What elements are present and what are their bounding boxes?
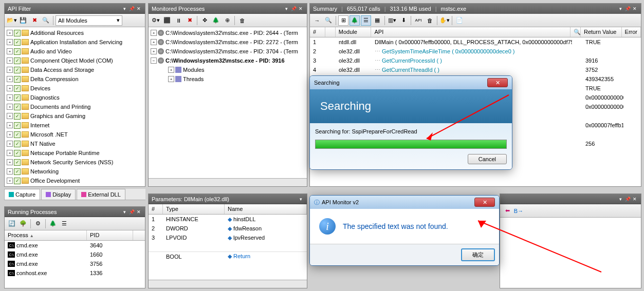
tab-capture[interactable]: Capture	[4, 189, 40, 200]
delete-icon[interactable]: ✖	[29, 15, 40, 26]
api-filter-item[interactable]: +✓Delta Compression	[6, 74, 144, 84]
process-row[interactable]: C:\cmd.exe3640	[5, 241, 145, 250]
open-icon[interactable]: 📂▾	[7, 15, 17, 26]
col-name[interactable]: Name	[225, 204, 307, 214]
checkbox[interactable]: ✓	[14, 168, 21, 175]
hand-icon[interactable]: ✋▾	[439, 15, 450, 26]
expand-icon[interactable]: +	[7, 141, 13, 147]
checkbox[interactable]: ✓	[14, 141, 21, 147]
checkbox[interactable]: ✓	[14, 39, 21, 46]
expand-icon[interactable]: +	[7, 168, 13, 174]
expand-icon[interactable]: +	[151, 48, 157, 54]
panel-close-icon[interactable]: ✕	[298, 6, 304, 12]
col-pid[interactable]: PID	[87, 230, 133, 240]
tab-external[interactable]: External DLL	[77, 189, 125, 200]
api-filter-item[interactable]: +✓Data Access and Storage	[6, 65, 144, 74]
param-row[interactable]: 2DWORD◆ fdwReason	[149, 224, 307, 233]
panel-dropdown-icon[interactable]: ▾	[121, 6, 127, 12]
checkbox[interactable]: ✓	[14, 122, 21, 129]
panel-dropdown-icon[interactable]: ▾	[617, 6, 623, 12]
expand-icon[interactable]: +	[151, 30, 157, 36]
process-item[interactable]: +C:\Windows\system32\mstsc.exe - PID: 26…	[150, 28, 306, 37]
export-icon[interactable]: 📄	[454, 15, 465, 26]
remove-icon[interactable]: ✖	[185, 15, 195, 26]
expand-icon[interactable]: +	[7, 39, 13, 45]
modules-dropdown[interactable]: All Modules▾	[56, 15, 122, 26]
find-icon[interactable]: 🔍	[323, 15, 334, 26]
panel-pin-icon[interactable]: 📌	[624, 6, 631, 12]
panel-close-icon[interactable]: ✕	[136, 209, 142, 215]
api-filter-item[interactable]: +✓Internet	[6, 121, 144, 130]
checkbox[interactable]: ✓	[14, 30, 21, 36]
tree-toggle-icon[interactable]: 🌲	[211, 15, 221, 26]
panel-pin-icon[interactable]: 📌	[128, 209, 135, 215]
process-row[interactable]: C:\cmd.exe1660	[5, 250, 145, 259]
tab-display[interactable]: Display	[41, 189, 76, 200]
checkbox[interactable]: ✓	[14, 67, 21, 73]
expand-icon[interactable]: +	[168, 67, 174, 73]
detail-icon[interactable]: ▦	[372, 15, 382, 26]
process-item[interactable]: +C:\Windows\system32\mstsc.exe - PID: 37…	[150, 47, 306, 56]
columns-icon[interactable]: ▥▾	[387, 15, 397, 26]
col-module[interactable]: Module	[336, 27, 372, 37]
col-type[interactable]: Type	[163, 204, 225, 214]
process-sub-item[interactable]: +Modules	[150, 65, 306, 74]
expand-icon[interactable]: +	[7, 159, 13, 165]
attach-icon[interactable]: ⚙	[33, 219, 43, 229]
checkbox[interactable]: ✓	[14, 85, 21, 92]
nav-fwd-icon[interactable]: B→	[513, 206, 524, 216]
checkbox[interactable]: ✓	[14, 76, 21, 83]
api-filter-item[interactable]: +✓Component Object Model (COM)	[6, 56, 144, 65]
scrollbar[interactable]	[149, 178, 307, 186]
process-item[interactable]: +C:\Windows\system32\mstsc.exe - PID: 22…	[150, 37, 306, 47]
toggle-icon[interactable]: ⬛	[162, 15, 172, 26]
panel-dropdown-icon[interactable]: ▾	[121, 209, 127, 215]
expand-icon[interactable]: +	[7, 67, 13, 73]
expand-icon[interactable]: −	[151, 57, 157, 64]
param-row[interactable]: 3LPVOID◆ lpvReserved	[149, 233, 307, 242]
list-icon[interactable]: ☰	[361, 15, 371, 26]
expand-icon[interactable]: ⊕	[222, 15, 232, 26]
checkbox[interactable]: ✓	[14, 57, 21, 64]
ok-button[interactable]: 确定	[461, 248, 495, 261]
tree-view-icon[interactable]: 🌲	[48, 219, 58, 229]
expand-icon[interactable]: +	[7, 178, 13, 184]
nav-icon[interactable]: ⬅	[502, 206, 512, 216]
col-num[interactable]: #	[310, 27, 325, 37]
expand-icon[interactable]: +	[7, 131, 13, 138]
expand-icon[interactable]: +	[7, 85, 13, 91]
panel-close-icon[interactable]: ✕	[136, 6, 142, 12]
grid-icon[interactable]: ⊞	[338, 15, 348, 26]
process-row[interactable]: C:\conhost.exe1336	[5, 268, 145, 278]
api-icon[interactable]: API	[413, 15, 424, 26]
api-filter-item[interactable]: +✓Devices	[6, 84, 144, 93]
checkbox[interactable]: ✓	[14, 159, 21, 166]
api-filter-item[interactable]: +✓Network Security Services (NSS)	[6, 158, 144, 167]
clear-icon[interactable]: 🗑	[425, 15, 435, 26]
col-num[interactable]: #	[149, 204, 163, 214]
panel-dropdown-icon[interactable]: ▾	[617, 196, 623, 202]
api-filter-item[interactable]: +✓Audio and Video	[6, 47, 144, 56]
panel-pin-icon[interactable]: 📌	[624, 196, 631, 202]
scrollbar[interactable]	[149, 280, 307, 288]
find-icon[interactable]: 🔍	[41, 15, 51, 26]
panel-pin-icon[interactable]: 📌	[290, 6, 297, 12]
param-row[interactable]: 1HINSTANCE◆ hinstDLL	[149, 215, 307, 224]
api-filter-item[interactable]: +✓NT Native	[6, 139, 144, 148]
api-call-row[interactable]: 1ntdll.dllDllMain ( 0x000007feffb00000, …	[310, 37, 641, 47]
expand-icon[interactable]: +	[7, 57, 13, 64]
api-filter-item[interactable]: +✓Networking	[6, 167, 144, 176]
panel-close-icon[interactable]: ✕	[632, 196, 638, 202]
close-button[interactable]: ✕	[474, 198, 495, 207]
checkbox[interactable]: ✓	[14, 94, 21, 101]
col-api[interactable]: API	[371, 27, 571, 37]
col-icon[interactable]	[325, 27, 336, 37]
col-search-icon[interactable]: 🔍	[571, 27, 581, 37]
expand-icon[interactable]: +	[7, 122, 13, 128]
col-process[interactable]: Process ▲	[5, 230, 87, 240]
api-call-row[interactable]: 2ole32.dll⋯ GetSystemTimeAsFileTime ( 0x…	[310, 47, 641, 56]
api-filter-item[interactable]: +✓Diagnostics	[6, 93, 144, 102]
col-error[interactable]: Error	[622, 27, 641, 37]
add-process-icon[interactable]: ⚙▾	[151, 15, 161, 26]
expand-icon[interactable]: +	[7, 76, 13, 82]
